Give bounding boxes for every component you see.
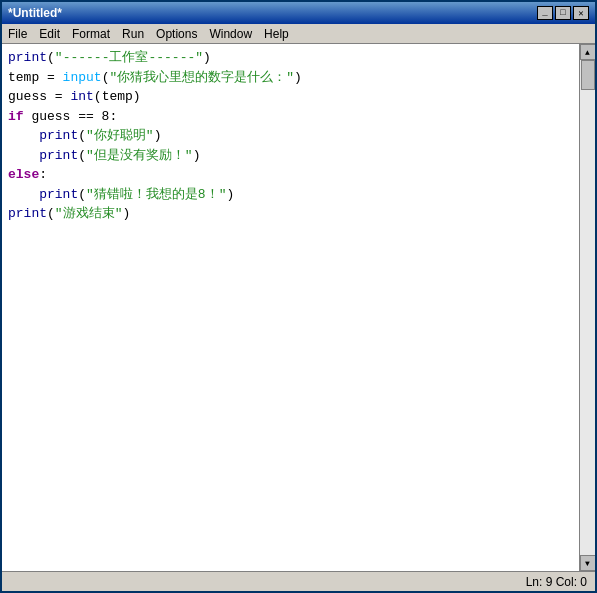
vertical-scrollbar: ▲ ▼ xyxy=(579,44,595,571)
minimize-button[interactable]: _ xyxy=(537,6,553,20)
menu-options[interactable]: Options xyxy=(150,26,203,42)
code-line-7: else: xyxy=(8,165,573,185)
menu-help[interactable]: Help xyxy=(258,26,295,42)
window-controls: _ □ ✕ xyxy=(537,6,589,20)
menu-run[interactable]: Run xyxy=(116,26,150,42)
scroll-track[interactable] xyxy=(580,60,595,555)
maximize-button[interactable]: □ xyxy=(555,6,571,20)
scroll-up-button[interactable]: ▲ xyxy=(580,44,596,60)
window-title: *Untitled* xyxy=(8,6,62,20)
code-line-5: print("你好聪明") xyxy=(8,126,573,146)
code-line-2: temp = input("你猜我心里想的数字是什么：") xyxy=(8,68,573,88)
menu-edit[interactable]: Edit xyxy=(33,26,66,42)
scroll-down-button[interactable]: ▼ xyxy=(580,555,596,571)
code-line-3: guess = int(temp) xyxy=(8,87,573,107)
code-line-8: print("猜错啦！我想的是8！") xyxy=(8,185,573,205)
close-button[interactable]: ✕ xyxy=(573,6,589,20)
code-editor[interactable]: print("------工作室------") temp = input("你… xyxy=(2,44,579,571)
scroll-thumb[interactable] xyxy=(581,60,595,90)
code-line-6: print("但是没有奖励！") xyxy=(8,146,573,166)
main-window: *Untitled* _ □ ✕ File Edit Format Run Op… xyxy=(0,0,597,593)
code-line-4: if guess == 8: xyxy=(8,107,573,127)
menu-window[interactable]: Window xyxy=(203,26,258,42)
menu-file[interactable]: File xyxy=(2,26,33,42)
title-bar: *Untitled* _ □ ✕ xyxy=(2,2,595,24)
cursor-position: Ln: 9 Col: 0 xyxy=(526,575,587,589)
code-line-1: print("------工作室------") xyxy=(8,48,573,68)
editor-area: print("------工作室------") temp = input("你… xyxy=(2,44,595,571)
menu-bar: File Edit Format Run Options Window Help xyxy=(2,24,595,44)
code-line-9: print("游戏结束") xyxy=(8,204,573,224)
menu-format[interactable]: Format xyxy=(66,26,116,42)
status-bar: Ln: 9 Col: 0 xyxy=(2,571,595,591)
